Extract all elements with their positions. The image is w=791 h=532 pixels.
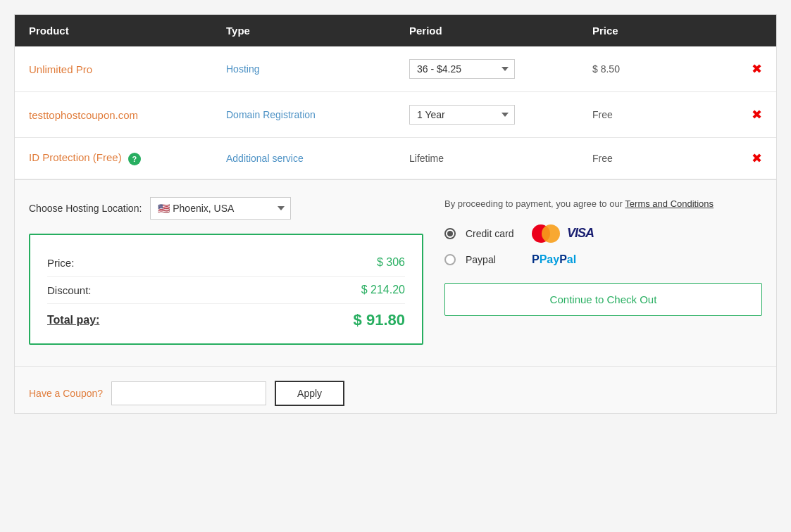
table-row: testtophostcoupon.com Domain Registratio… (15, 92, 776, 138)
header-type: Type (226, 25, 409, 37)
header-product: Product (29, 25, 226, 37)
hosting-location-label: Choose Hosting Location: (29, 203, 142, 214)
total-value: $ 91.80 (354, 311, 405, 329)
coupon-input[interactable] (111, 381, 266, 405)
product-type: Domain Registration (226, 109, 409, 120)
price-cell: Free ✖ (592, 151, 762, 166)
paypal-icon: PPayPal (532, 253, 576, 266)
coupon-label: Have a Coupon? (29, 388, 103, 399)
price-value: $ 306 (377, 256, 405, 269)
product-type: Additional service (226, 153, 409, 164)
payment-option-credit: Credit card VISA (444, 224, 762, 243)
period-select[interactable]: 1 Year 2 Years (409, 105, 515, 125)
bottom-grid: Choose Hosting Location: 🇺🇸 Phoenix, USA… (29, 197, 762, 345)
payment-option-paypal: Paypal PPayPal (444, 253, 762, 266)
right-panel: By proceeding to payment, you agree to o… (444, 197, 762, 345)
discount-value: $ 214.20 (361, 284, 405, 296)
total-label: Total pay: (47, 314, 99, 327)
product-name: ID Protection (Free) ? (29, 151, 226, 165)
product-name: Unlimited Pro (29, 63, 226, 75)
paypal-icons: PPayPal (532, 253, 576, 266)
discount-label: Discount: (47, 284, 92, 296)
location-select[interactable]: 🇺🇸 Phoenix, USA 🇬🇧 London, UK (150, 197, 291, 220)
payment-options: Credit card VISA Paypal (444, 224, 762, 266)
table-row: ID Protection (Free) ? Additional servic… (15, 138, 776, 179)
product-type: Hosting (226, 63, 409, 75)
period-select[interactable]: 36 - $4.25 12 - $6.95 24 - $5.50 (409, 59, 515, 79)
remove-button[interactable]: ✖ (752, 107, 762, 122)
period-cell: 1 Year 2 Years (409, 105, 592, 125)
visa-icon: VISA (567, 226, 594, 241)
remove-button[interactable]: ✖ (752, 61, 762, 77)
price-value: Free (592, 153, 613, 164)
bottom-section: Choose Hosting Location: 🇺🇸 Phoenix, USA… (15, 180, 776, 366)
credit-card-icons: VISA (532, 224, 594, 243)
header-price: Price (592, 25, 762, 37)
header-period: Period (409, 25, 592, 37)
price-value: $ 8.50 (592, 63, 620, 75)
price-cell: Free ✖ (592, 107, 762, 122)
price-cell: $ 8.50 ✖ (592, 61, 762, 77)
price-box: Price: $ 306 Discount: $ 214.20 Total pa… (29, 234, 423, 345)
price-row: Price: $ 306 (47, 249, 405, 277)
terms-link[interactable]: Terms and Conditions (625, 198, 714, 209)
info-icon[interactable]: ? (128, 153, 141, 165)
paypal-label: Paypal (466, 254, 522, 265)
remove-button[interactable]: ✖ (752, 151, 762, 166)
mastercard-icon (532, 224, 561, 243)
coupon-section: Have a Coupon? Apply (15, 366, 776, 413)
product-name: testtophostcoupon.com (29, 109, 226, 121)
left-panel: Choose Hosting Location: 🇺🇸 Phoenix, USA… (29, 197, 423, 345)
period-cell: 36 - $4.25 12 - $6.95 24 - $5.50 (409, 59, 592, 79)
price-value: Free (592, 109, 613, 120)
period-cell: Lifetime (409, 153, 592, 164)
apply-button[interactable]: Apply (275, 381, 344, 406)
paypal-radio[interactable] (444, 254, 456, 265)
credit-card-label: Credit card (466, 228, 522, 239)
price-label: Price: (47, 257, 74, 269)
discount-row: Discount: $ 214.20 (47, 277, 405, 304)
total-row: Total pay: $ 91.80 (47, 304, 405, 329)
terms-text: By proceeding to payment, you agree to o… (444, 197, 762, 211)
checkout-button[interactable]: Continue to Check Out (444, 283, 762, 316)
credit-card-radio[interactable] (444, 228, 456, 239)
table-header: Product Type Period Price (15, 15, 776, 46)
hosting-location: Choose Hosting Location: 🇺🇸 Phoenix, USA… (29, 197, 423, 220)
table-row: Unlimited Pro Hosting 36 - $4.25 12 - $6… (15, 46, 776, 92)
